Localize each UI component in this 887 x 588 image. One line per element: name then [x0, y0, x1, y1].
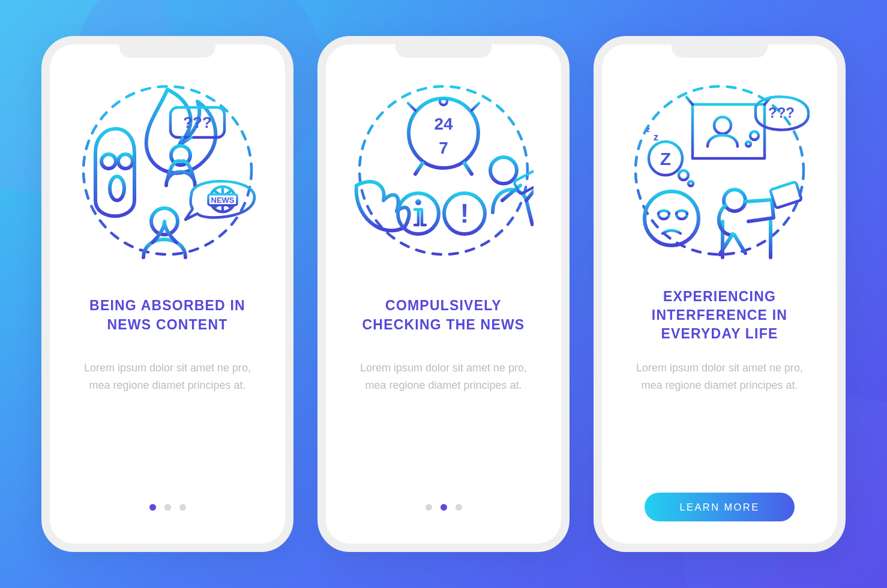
- page-dot-3[interactable]: [456, 504, 462, 511]
- phone-screen-1: ??? NEWS BEING ABSORBED IN NEWS CONTENT …: [41, 36, 293, 552]
- screen-heading: EXPERIENCING INTERFERENCE IN EVERYDAY LI…: [620, 287, 819, 344]
- page-dot-1[interactable]: [149, 504, 156, 511]
- svg-point-13: [440, 98, 447, 105]
- screen-heading: COMPULSIVELY CHECKING THE NEWS: [344, 287, 543, 344]
- pagination: [68, 492, 267, 522]
- learn-more-button[interactable]: LEARN MORE: [645, 493, 795, 521]
- phone-notch: [395, 43, 492, 58]
- svg-point-35: [645, 191, 699, 245]
- svg-text:24: 24: [434, 115, 453, 133]
- illustration-absorbed-news: ??? NEWS: [77, 80, 257, 260]
- svg-point-1: [101, 154, 116, 169]
- illustration-interference-life: ??? Z z z: [630, 80, 810, 260]
- svg-point-27: [746, 142, 751, 146]
- page-dot-3[interactable]: [179, 504, 186, 511]
- illustration-compulsive-checking: 24 7 !: [353, 80, 534, 260]
- svg-point-2: [118, 154, 133, 169]
- screen-body: Lorem ipsum dolor sit amet ne pro, mea r…: [620, 359, 819, 394]
- svg-text:7: 7: [439, 139, 448, 157]
- phone-notch: [119, 43, 215, 58]
- svg-text:!: !: [460, 199, 469, 228]
- svg-point-21: [490, 157, 517, 184]
- phone-screen-2: 24 7 ! COMPULSIVELY CHECKING THE: [317, 36, 570, 552]
- phone-notch: [672, 43, 768, 58]
- svg-text:z: z: [646, 125, 650, 134]
- svg-point-36: [724, 190, 745, 211]
- svg-point-30: [679, 170, 688, 180]
- svg-point-31: [688, 181, 693, 186]
- svg-text:NEWS: NEWS: [211, 196, 235, 205]
- svg-text:Z: Z: [660, 149, 671, 169]
- phone-row: ??? NEWS BEING ABSORBED IN NEWS CONTENT …: [0, 0, 887, 588]
- svg-point-25: [714, 117, 731, 134]
- screen-heading: BEING ABSORBED IN NEWS CONTENT: [68, 287, 267, 344]
- screen-body: Lorem ipsum dolor sit amet ne pro, mea r…: [68, 359, 267, 394]
- page-dot-2[interactable]: [164, 504, 171, 511]
- svg-point-3: [110, 176, 124, 200]
- svg-point-18: [415, 199, 421, 205]
- page-dot-2[interactable]: [440, 504, 447, 511]
- phone-screen-3: ??? Z z z: [594, 36, 846, 552]
- svg-text:???: ???: [768, 104, 795, 121]
- svg-point-26: [750, 131, 759, 140]
- screen-body: Lorem ipsum dolor sit amet ne pro, mea r…: [344, 359, 543, 394]
- page-dot-1[interactable]: [425, 504, 432, 511]
- cta-area: LEARN MORE: [620, 492, 819, 522]
- pagination: [344, 492, 543, 522]
- svg-text:???: ???: [183, 113, 212, 131]
- svg-point-12: [409, 98, 478, 168]
- svg-text:z: z: [654, 132, 658, 142]
